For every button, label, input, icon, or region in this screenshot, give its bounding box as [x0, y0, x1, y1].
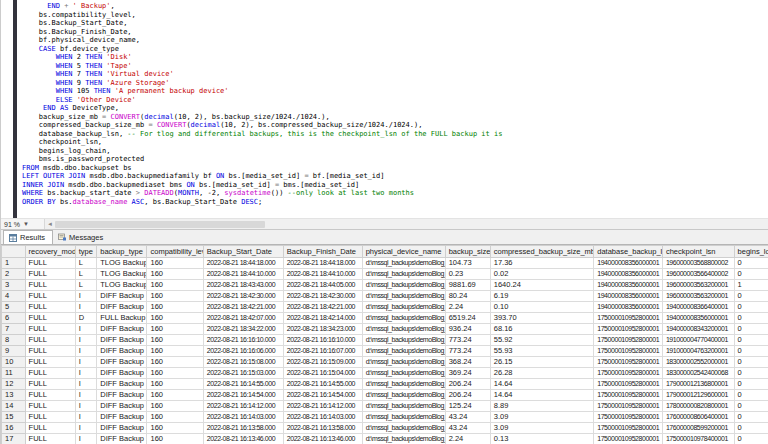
cell[interactable]: d:\mssql_backups\demoBlog_ — [362, 324, 445, 335]
cell[interactable]: d:\mssql_backups\demoBlog_ — [362, 423, 445, 434]
cell[interactable]: DIFF Backup — [97, 390, 147, 401]
cell[interactable]: 160 — [147, 280, 203, 291]
editor-zoom-control[interactable]: 91 % ▼ — [1, 219, 45, 229]
cell[interactable]: 26.15 — [490, 357, 593, 368]
column-header-backup_size_mb[interactable]: backup_size_mb — [445, 246, 490, 258]
column-header-recovery_model[interactable]: recovery_model — [25, 246, 75, 258]
cell[interactable]: 2.24 — [445, 434, 490, 444]
cell[interactable]: 2022-08-21 18:44:18.000 — [203, 258, 283, 269]
cell[interactable]: d:\mssql_backups\demoBlog_ — [362, 346, 445, 357]
cell[interactable]: DIFF Backup — [97, 379, 147, 390]
sql-editor-code[interactable]: END + ' Backup', bs.compatibility_level,… — [17, 0, 768, 218]
cell[interactable]: 2022-08-21 18:42:30.000 — [203, 291, 283, 302]
cell[interactable]: 2022-08-21 16:14:55.000 — [203, 379, 283, 390]
column-header-compatibility_level[interactable]: compatibility_level — [147, 246, 203, 258]
cell[interactable]: 194000008356000001 — [594, 280, 663, 291]
cell[interactable]: FULL — [25, 269, 75, 280]
column-header-Backup_Finish_Date[interactable]: Backup_Finish_Date — [283, 246, 362, 258]
cell[interactable]: 0 — [734, 335, 768, 346]
cell[interactable]: FULL — [25, 401, 75, 412]
column-header-begins_log_chain[interactable]: begins_log_chain — [734, 246, 768, 258]
row-header[interactable]: 11 — [2, 368, 26, 379]
cell[interactable]: 0 — [734, 324, 768, 335]
cell[interactable]: 1640.24 — [490, 280, 593, 291]
cell[interactable]: 17.36 — [490, 258, 593, 269]
cell[interactable]: 194000008343200001 — [662, 324, 734, 335]
cell[interactable]: 175000010978400001 — [662, 434, 734, 444]
cell[interactable]: 104.73 — [445, 258, 490, 269]
tab-messages[interactable]: Messages — [53, 230, 110, 244]
row-header[interactable]: 6 — [2, 313, 26, 324]
cell[interactable]: 160 — [147, 335, 203, 346]
cell[interactable]: 160 — [147, 368, 203, 379]
cell[interactable]: 0 — [734, 423, 768, 434]
cell[interactable]: I — [75, 357, 97, 368]
cell[interactable]: L — [75, 280, 97, 291]
cell[interactable]: TLOG Backup — [97, 280, 147, 291]
cell[interactable]: 2022-08-21 16:16:07.000 — [283, 346, 362, 357]
cell[interactable]: DIFF Backup — [97, 357, 147, 368]
cell[interactable]: 125.24 — [445, 401, 490, 412]
cell[interactable]: 2022-08-21 18:44:05.000 — [283, 280, 362, 291]
row-header[interactable]: 4 — [2, 291, 26, 302]
cell[interactable]: 0 — [734, 313, 768, 324]
cell[interactable]: 160 — [147, 324, 203, 335]
cell[interactable]: FULL — [25, 280, 75, 291]
cell[interactable]: 2022-08-21 18:34:23.000 — [283, 324, 362, 335]
cell[interactable]: 80.24 — [445, 291, 490, 302]
cell[interactable]: FULL — [25, 434, 75, 444]
cell[interactable]: I — [75, 423, 97, 434]
cell[interactable]: 0 — [734, 346, 768, 357]
cell[interactable]: DIFF Backup — [97, 423, 147, 434]
cell[interactable]: DIFF Backup — [97, 291, 147, 302]
cell[interactable]: 160 — [147, 357, 203, 368]
cell[interactable]: 194000008356000001 — [594, 291, 663, 302]
row-header[interactable]: 7 — [2, 324, 26, 335]
cell[interactable]: 2022-08-21 16:15:09.000 — [283, 357, 362, 368]
cell[interactable]: I — [75, 401, 97, 412]
cell[interactable]: 160 — [147, 434, 203, 444]
cell[interactable]: 191000004763200001 — [662, 346, 734, 357]
cell[interactable]: 2022-08-21 16:15:04.000 — [283, 368, 362, 379]
scroll-left-icon[interactable]: ◄ — [45, 221, 55, 227]
cell[interactable]: FULL — [25, 302, 75, 313]
cell[interactable]: 160 — [147, 390, 203, 401]
cell[interactable]: d:\mssql_backups\demoBlog_ — [362, 434, 445, 444]
cell[interactable]: FULL Backup — [97, 313, 147, 324]
row-header[interactable]: 12 — [2, 379, 26, 390]
cell[interactable]: 160 — [147, 346, 203, 357]
cell[interactable]: 175000010952800001 — [594, 357, 663, 368]
cell[interactable]: FULL — [25, 291, 75, 302]
cell[interactable]: DIFF Backup — [97, 324, 147, 335]
cell[interactable]: 2.24 — [445, 302, 490, 313]
column-header-type[interactable]: type — [75, 246, 97, 258]
cell[interactable]: FULL — [25, 258, 75, 269]
cell[interactable]: 368.24 — [445, 357, 490, 368]
cell[interactable]: 160 — [147, 379, 203, 390]
cell[interactable]: 1 — [734, 280, 768, 291]
column-header-backup_type[interactable]: backup_type — [97, 246, 147, 258]
cell[interactable]: 175000010952800001 — [594, 434, 663, 444]
cell[interactable]: 773.24 — [445, 346, 490, 357]
cell[interactable]: 0 — [734, 401, 768, 412]
cell[interactable]: FULL — [25, 335, 75, 346]
cell[interactable]: 175000010952800001 — [594, 390, 663, 401]
cell[interactable]: 160 — [147, 269, 203, 280]
cell[interactable]: 178000000820800001 — [662, 401, 734, 412]
row-header[interactable]: 1 — [2, 258, 26, 269]
cell[interactable]: d:\mssql_backups\demoBlog_ — [362, 412, 445, 423]
row-header[interactable]: 3 — [2, 280, 26, 291]
row-header[interactable]: 15 — [2, 412, 26, 423]
cell[interactable]: I — [75, 434, 97, 444]
cell[interactable]: 43.24 — [445, 423, 490, 434]
cell[interactable]: 2022-08-21 16:15:03.000 — [203, 368, 283, 379]
cell[interactable]: 773.24 — [445, 335, 490, 346]
cell[interactable]: 183000002542400068 — [662, 368, 734, 379]
cell[interactable]: I — [75, 346, 97, 357]
cell[interactable]: FULL — [25, 346, 75, 357]
cell[interactable]: 393.70 — [490, 313, 593, 324]
cell[interactable]: 2022-08-21 16:16:10.000 — [283, 335, 362, 346]
row-header[interactable]: 17 — [2, 434, 26, 444]
cell[interactable]: 160 — [147, 313, 203, 324]
column-header-database_backup_lsn[interactable]: database_backup_lsn — [594, 246, 663, 258]
